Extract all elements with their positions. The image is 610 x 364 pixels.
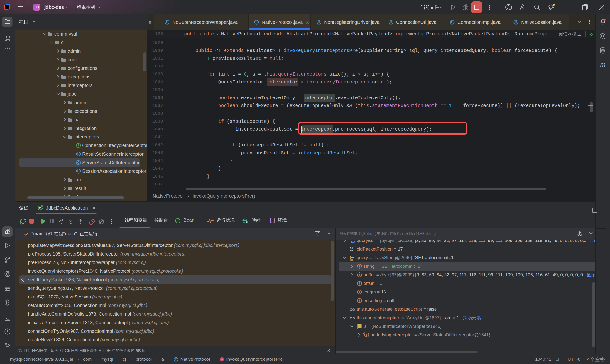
- svg-text:m: m: [221, 358, 223, 361]
